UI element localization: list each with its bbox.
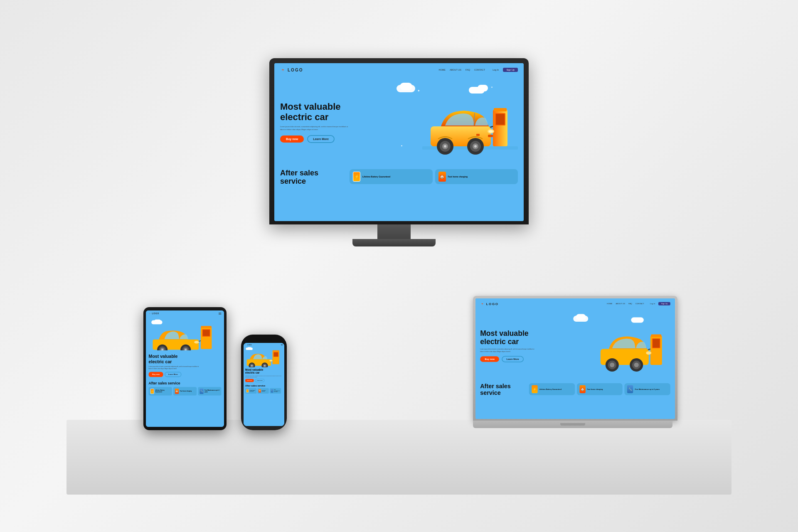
monitor-login[interactable]: Log In xyxy=(493,69,499,71)
monitor-signup[interactable]: Sign Up xyxy=(503,68,518,72)
tablet-hero-title2: electric car xyxy=(149,359,222,365)
phone-hero-title2: electric car xyxy=(245,371,283,374)
monitor-hero-title1: Most valuable xyxy=(280,101,388,112)
monitor-learn-button[interactable]: Learn More xyxy=(307,135,335,143)
laptop-hero-title2: electric car xyxy=(480,337,566,346)
phone-hero-desc: Lorem ipsum dolor sit amet, consectetar … xyxy=(245,375,283,378)
desktop-monitor: LOGO HOME ABOUT US FAQ CONTACT Log In Si… xyxy=(269,58,529,246)
svg-point-29 xyxy=(610,362,614,367)
laptop-signup[interactable]: Sign Up xyxy=(658,302,670,305)
phone-notch xyxy=(256,339,272,341)
svg-point-10 xyxy=(489,130,493,133)
tablet-hero-desc: Lorem ipsum dolor sit amet, consectetar … xyxy=(149,366,201,369)
tablet-menu-icon[interactable] xyxy=(219,313,222,315)
phone-card1: Lifetime Battery Guaranteed xyxy=(249,390,256,392)
phone-card2: Fast home charging xyxy=(262,390,268,392)
monitor-logo: LOGO xyxy=(288,68,303,72)
laptop-nav-contact: CONTACT xyxy=(635,303,644,305)
svg-point-26 xyxy=(646,351,651,355)
phone: LOGO xyxy=(241,335,287,430)
phone-hero-title1: Most valuable xyxy=(245,368,283,371)
svg-rect-35 xyxy=(203,330,210,336)
laptop-login[interactable]: Log In xyxy=(650,303,655,305)
laptop-card3: Free Maintenance up to 5 years xyxy=(635,388,660,390)
phone-logo: LOGO xyxy=(247,344,252,345)
monitor-buy-button[interactable]: Buy now xyxy=(280,135,304,143)
svg-rect-50 xyxy=(273,350,279,352)
monitor-hero-title2: electric car xyxy=(280,112,388,122)
phone-after-sales: After sales service xyxy=(245,384,283,387)
monitor-card1: Lifetime Battery Guaranteed xyxy=(362,175,390,178)
main-scene: LOGO HOME ABOUT US FAQ CONTACT Log In Si… xyxy=(108,37,690,495)
laptop-nav-home: HOME xyxy=(607,303,612,305)
svg-rect-11 xyxy=(488,135,493,137)
phone-learn-button[interactable]: Learn More xyxy=(255,379,264,382)
laptop-car-illustration xyxy=(594,316,670,376)
laptop-hero-desc: Lorem ipsum dolor sit amet, consectetar … xyxy=(480,348,537,352)
svg-point-32 xyxy=(634,362,639,367)
monitor-nav-contact: CONTACT xyxy=(474,69,485,71)
tablet-card1: Lifetime Battery Guaranteed xyxy=(155,389,170,393)
tablet-after-sales: After sales service xyxy=(149,381,222,385)
tablet-screen: LOGO xyxy=(146,310,224,427)
tablet-learn-button[interactable]: Learn More xyxy=(165,372,182,377)
svg-point-56 xyxy=(251,365,253,367)
svg-rect-20 xyxy=(476,134,480,136)
phone-menu-icon[interactable] xyxy=(281,344,283,345)
monitor-nav-home: HOME xyxy=(438,69,446,71)
svg-rect-5 xyxy=(494,108,507,111)
laptop-buy-button[interactable]: Buy now xyxy=(480,356,499,362)
tablet-logo: LOGO xyxy=(152,313,160,315)
laptop-hero-title1: Most valuable xyxy=(480,329,566,337)
laptop: LOGO HOME ABOUT US FAQ CONTACT Log In Si… xyxy=(473,296,677,428)
laptop-screen: LOGO HOME ABOUT US FAQ CONTACT Log In Si… xyxy=(475,298,675,419)
phone-screen: LOGO xyxy=(244,343,284,426)
laptop-nav-faq: FAQ xyxy=(628,303,632,305)
tablet-card3: Free Maintenance up to 5 years xyxy=(204,389,219,393)
monitor-nav-about: ABOUT US xyxy=(450,69,461,71)
laptop-notch xyxy=(560,423,585,426)
tablet-bezel: LOGO xyxy=(143,307,227,430)
monitor-card2: Fast home charging xyxy=(448,175,468,178)
monitor-after-sales-title2: service xyxy=(280,177,347,186)
laptop-bezel: LOGO HOME ABOUT US FAQ CONTACT Log In Si… xyxy=(473,296,677,421)
desk-surface xyxy=(66,420,732,495)
svg-point-60 xyxy=(264,365,266,367)
tablet-buy-button[interactable]: Buy now xyxy=(149,372,163,377)
monitor-nav-faq: FAQ xyxy=(466,69,470,71)
svg-rect-36 xyxy=(201,326,212,328)
monitor-stand xyxy=(269,224,519,246)
monitor-after-sales-title1: After sales xyxy=(280,169,347,177)
svg-point-19 xyxy=(474,145,477,148)
svg-rect-4 xyxy=(496,114,505,125)
laptop-nav-about: ABOUT US xyxy=(616,303,625,305)
phone-card3: Free Maintenance up to 5 years xyxy=(274,389,280,393)
svg-point-52 xyxy=(269,360,272,362)
laptop-learn-button[interactable]: Learn More xyxy=(502,356,524,362)
svg-rect-24 xyxy=(651,334,661,337)
monitor-hero-desc: Lorem ipsum dolor sit amet, consectetar … xyxy=(280,126,351,131)
svg-point-38 xyxy=(194,341,199,344)
svg-point-15 xyxy=(444,145,446,148)
monitor-screen: LOGO HOME ABOUT US FAQ CONTACT Log In Si… xyxy=(274,63,524,221)
tablet: LOGO xyxy=(143,307,227,430)
tablet-card2: Fast home charging xyxy=(180,390,192,392)
phone-bezel: LOGO xyxy=(241,335,287,430)
laptop-logo: LOGO xyxy=(486,302,499,305)
phone-buy-button[interactable]: Buy now xyxy=(245,379,254,382)
laptop-card2: Fast home charging xyxy=(587,388,603,390)
svg-rect-23 xyxy=(653,339,660,348)
laptop-after-sales2: service xyxy=(480,390,527,397)
monitor-bezel: LOGO HOME ABOUT US FAQ CONTACT Log In Si… xyxy=(269,58,529,224)
svg-rect-49 xyxy=(274,352,278,357)
monitor-car-illustration xyxy=(422,85,518,160)
laptop-card1: Lifetime Battery Guaranteed xyxy=(539,388,562,390)
laptop-base xyxy=(473,421,672,428)
laptop-after-sales1: After sales xyxy=(480,383,527,390)
tablet-hero-title1: Most valuable xyxy=(149,354,222,359)
